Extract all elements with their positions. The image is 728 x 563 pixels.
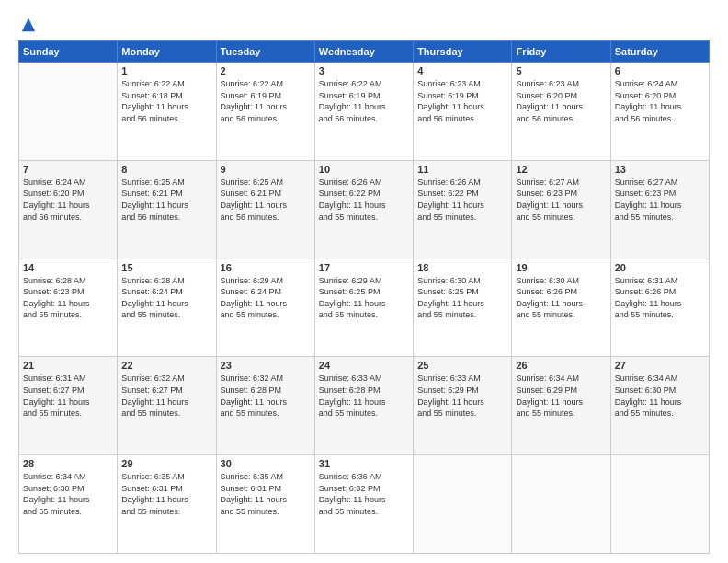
svg-marker-0 [22, 18, 35, 31]
day-number: 17 [319, 262, 409, 273]
day-info: Sunrise: 6:27 AMSunset: 6:23 PMDaylight:… [516, 177, 606, 223]
calendar-cell: 14Sunrise: 6:28 AMSunset: 6:23 PMDayligh… [19, 259, 118, 357]
calendar-week-row: 21Sunrise: 6:31 AMSunset: 6:27 PMDayligh… [19, 357, 710, 455]
day-number: 5 [516, 65, 606, 76]
calendar-cell: 29Sunrise: 6:35 AMSunset: 6:31 PMDayligh… [118, 455, 216, 554]
day-number: 10 [319, 164, 409, 175]
day-number: 23 [221, 360, 311, 371]
calendar-week-row: 1Sunrise: 6:22 AMSunset: 6:18 PMDaylight… [19, 63, 710, 161]
day-number: 13 [615, 164, 705, 175]
calendar-cell: 26Sunrise: 6:34 AMSunset: 6:29 PMDayligh… [512, 357, 610, 455]
day-number: 11 [417, 164, 507, 175]
weekday-header: Sunday [19, 41, 118, 63]
day-number: 14 [23, 262, 113, 273]
day-info: Sunrise: 6:27 AMSunset: 6:23 PMDaylight:… [615, 177, 705, 223]
calendar-cell: 8Sunrise: 6:25 AMSunset: 6:21 PMDaylight… [118, 160, 216, 259]
page: SundayMondayTuesdayWednesdayThursdayFrid… [0, 0, 728, 563]
day-info: Sunrise: 6:35 AMSunset: 6:31 PMDaylight:… [221, 471, 311, 517]
calendar-cell: 17Sunrise: 6:29 AMSunset: 6:25 PMDayligh… [314, 259, 413, 357]
calendar-cell [512, 455, 610, 554]
calendar-cell: 7Sunrise: 6:24 AMSunset: 6:20 PMDaylight… [19, 160, 118, 259]
day-info: Sunrise: 6:29 AMSunset: 6:25 PMDaylight:… [319, 275, 409, 321]
day-number: 18 [417, 262, 507, 273]
calendar-cell: 13Sunrise: 6:27 AMSunset: 6:23 PMDayligh… [610, 160, 709, 259]
calendar-cell: 6Sunrise: 6:24 AMSunset: 6:20 PMDaylight… [610, 63, 709, 161]
day-info: Sunrise: 6:34 AMSunset: 6:29 PMDaylight:… [516, 373, 606, 419]
day-info: Sunrise: 6:25 AMSunset: 6:21 PMDaylight:… [121, 177, 211, 223]
day-info: Sunrise: 6:26 AMSunset: 6:22 PMDaylight:… [319, 177, 409, 223]
day-number: 9 [221, 164, 311, 175]
day-number: 16 [221, 262, 311, 273]
day-number: 31 [319, 458, 409, 469]
day-number: 25 [417, 360, 507, 371]
calendar-cell [414, 455, 512, 554]
calendar-cell: 19Sunrise: 6:30 AMSunset: 6:26 PMDayligh… [512, 259, 610, 357]
day-number: 28 [23, 458, 113, 469]
day-number: 20 [615, 262, 705, 273]
calendar-cell: 10Sunrise: 6:26 AMSunset: 6:22 PMDayligh… [314, 160, 413, 259]
calendar-cell [610, 455, 709, 554]
calendar-week-row: 7Sunrise: 6:24 AMSunset: 6:20 PMDaylight… [19, 160, 710, 259]
weekday-header: Saturday [610, 41, 709, 63]
calendar-cell: 4Sunrise: 6:23 AMSunset: 6:19 PMDaylight… [414, 63, 512, 161]
calendar-cell: 28Sunrise: 6:34 AMSunset: 6:30 PMDayligh… [19, 455, 118, 554]
day-info: Sunrise: 6:24 AMSunset: 6:20 PMDaylight:… [615, 78, 705, 124]
calendar-cell: 18Sunrise: 6:30 AMSunset: 6:25 PMDayligh… [414, 259, 512, 357]
day-number: 19 [516, 262, 606, 273]
day-info: Sunrise: 6:32 AMSunset: 6:27 PMDaylight:… [121, 373, 211, 419]
calendar-cell: 20Sunrise: 6:31 AMSunset: 6:26 PMDayligh… [610, 259, 709, 357]
calendar-header-row: SundayMondayTuesdayWednesdayThursdayFrid… [19, 41, 710, 63]
day-info: Sunrise: 6:34 AMSunset: 6:30 PMDaylight:… [23, 471, 113, 517]
calendar-cell: 5Sunrise: 6:23 AMSunset: 6:20 PMDaylight… [512, 63, 610, 161]
calendar-cell: 2Sunrise: 6:22 AMSunset: 6:19 PMDaylight… [216, 63, 314, 161]
day-number: 26 [516, 360, 606, 371]
logo [18, 17, 37, 31]
day-info: Sunrise: 6:29 AMSunset: 6:24 PMDaylight:… [221, 275, 311, 321]
day-info: Sunrise: 6:35 AMSunset: 6:31 PMDaylight:… [121, 471, 211, 517]
weekday-header: Wednesday [314, 41, 413, 63]
calendar-cell: 21Sunrise: 6:31 AMSunset: 6:27 PMDayligh… [19, 357, 118, 455]
day-info: Sunrise: 6:22 AMSunset: 6:19 PMDaylight:… [319, 78, 409, 124]
calendar-cell [19, 63, 118, 161]
calendar-cell: 15Sunrise: 6:28 AMSunset: 6:24 PMDayligh… [118, 259, 216, 357]
day-info: Sunrise: 6:25 AMSunset: 6:21 PMDaylight:… [221, 177, 311, 223]
calendar-cell: 1Sunrise: 6:22 AMSunset: 6:18 PMDaylight… [118, 63, 216, 161]
calendar-cell: 12Sunrise: 6:27 AMSunset: 6:23 PMDayligh… [512, 160, 610, 259]
day-info: Sunrise: 6:24 AMSunset: 6:20 PMDaylight:… [23, 177, 113, 223]
day-number: 6 [615, 65, 705, 76]
day-info: Sunrise: 6:30 AMSunset: 6:26 PMDaylight:… [516, 275, 606, 321]
day-info: Sunrise: 6:34 AMSunset: 6:30 PMDaylight:… [615, 373, 705, 419]
day-number: 1 [121, 65, 211, 76]
calendar-cell: 11Sunrise: 6:26 AMSunset: 6:22 PMDayligh… [414, 160, 512, 259]
weekday-header: Friday [512, 41, 610, 63]
day-info: Sunrise: 6:31 AMSunset: 6:27 PMDaylight:… [23, 373, 113, 419]
day-info: Sunrise: 6:26 AMSunset: 6:22 PMDaylight:… [417, 177, 507, 223]
day-info: Sunrise: 6:33 AMSunset: 6:29 PMDaylight:… [417, 373, 507, 419]
day-number: 24 [319, 360, 409, 371]
day-info: Sunrise: 6:28 AMSunset: 6:24 PMDaylight:… [121, 275, 211, 321]
day-info: Sunrise: 6:22 AMSunset: 6:19 PMDaylight:… [221, 78, 311, 124]
day-number: 30 [221, 458, 311, 469]
logo-icon [20, 17, 37, 33]
calendar-cell: 22Sunrise: 6:32 AMSunset: 6:27 PMDayligh… [118, 357, 216, 455]
day-number: 27 [615, 360, 705, 371]
day-info: Sunrise: 6:36 AMSunset: 6:32 PMDaylight:… [319, 471, 409, 517]
calendar-cell: 3Sunrise: 6:22 AMSunset: 6:19 PMDaylight… [314, 63, 413, 161]
day-number: 12 [516, 164, 606, 175]
day-info: Sunrise: 6:23 AMSunset: 6:19 PMDaylight:… [417, 78, 507, 124]
day-number: 7 [23, 164, 113, 175]
day-number: 2 [221, 65, 311, 76]
day-info: Sunrise: 6:33 AMSunset: 6:28 PMDaylight:… [319, 373, 409, 419]
calendar-cell: 27Sunrise: 6:34 AMSunset: 6:30 PMDayligh… [610, 357, 709, 455]
day-number: 15 [121, 262, 211, 273]
calendar-cell: 16Sunrise: 6:29 AMSunset: 6:24 PMDayligh… [216, 259, 314, 357]
weekday-header: Thursday [414, 41, 512, 63]
day-info: Sunrise: 6:23 AMSunset: 6:20 PMDaylight:… [516, 78, 606, 124]
calendar-cell: 25Sunrise: 6:33 AMSunset: 6:29 PMDayligh… [414, 357, 512, 455]
calendar-cell: 31Sunrise: 6:36 AMSunset: 6:32 PMDayligh… [314, 455, 413, 554]
calendar-cell: 9Sunrise: 6:25 AMSunset: 6:21 PMDaylight… [216, 160, 314, 259]
weekday-header: Tuesday [216, 41, 314, 63]
weekday-header: Monday [118, 41, 216, 63]
day-number: 8 [121, 164, 211, 175]
day-number: 3 [319, 65, 409, 76]
